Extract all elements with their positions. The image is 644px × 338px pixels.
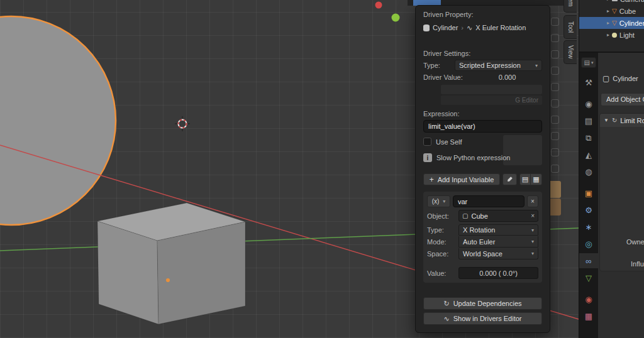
sidebar-tab-tool[interactable]: Tool xyxy=(564,15,577,39)
obscured-dropdown: G Editor xyxy=(441,95,542,105)
properties-tab-particles[interactable]: ∗ xyxy=(579,219,598,234)
paste-driver-variables-button[interactable]: ▦ xyxy=(531,173,542,185)
outliner-row-light[interactable]: ▸ Light xyxy=(579,29,644,41)
properties-breadcrumb: ▢ Cylinder xyxy=(602,74,638,83)
editor-type-selector[interactable]: ▤ ▾ xyxy=(581,57,596,68)
properties-tab-object[interactable]: ▣ xyxy=(579,185,598,200)
driven-property-label: Driven Property: xyxy=(423,11,542,18)
expression-input[interactable] xyxy=(423,120,542,133)
object-icon: ▣ xyxy=(585,189,592,197)
variable-value: 0.000 ( 0.0°) xyxy=(458,267,538,279)
clear-object-icon[interactable]: × xyxy=(531,212,535,219)
variable-type-dropdown[interactable]: (x) ▾ xyxy=(427,195,450,207)
obscured-icon xyxy=(551,99,559,107)
driver-type-dropdown[interactable]: Scripted Expression ▾ xyxy=(455,60,542,71)
constraint-icon: ↻ xyxy=(612,117,617,124)
driver-popover: Driven Property: Cylinder › ∿ X Euler Ro… xyxy=(415,5,550,333)
mesh-icon: ▽ xyxy=(612,8,617,14)
use-self-checkbox[interactable] xyxy=(423,138,431,146)
rotation-mode-dropdown[interactable]: Auto Euler ▾ xyxy=(458,236,538,248)
slow-python-label: Slow Python expression xyxy=(436,154,510,161)
properties-tab-modifiers[interactable]: ⚙ xyxy=(579,202,598,217)
properties-tab-tool[interactable]: ⚒ xyxy=(579,75,598,90)
add-object-constraint-button[interactable]: Add Object Constraint xyxy=(601,93,644,106)
camera-icon xyxy=(612,0,618,1)
obscured-icon xyxy=(551,34,559,42)
outliner-label: Light xyxy=(619,31,635,39)
expand-icon[interactable]: ▸ xyxy=(607,8,609,14)
target-property-name: X Euler Rotation xyxy=(475,24,526,31)
properties-tab-world[interactable]: ◍ xyxy=(579,164,598,179)
cylinder-object[interactable] xyxy=(0,16,116,225)
constraint-panel-header[interactable]: ▼ ↻ Limit Rotation xyxy=(600,114,644,127)
sidebar-tab-view[interactable]: View xyxy=(564,40,577,64)
properties-tab-scene[interactable]: ◭ xyxy=(579,147,598,162)
cube-object[interactable] xyxy=(97,203,245,324)
properties-tab-object-data[interactable]: ▽ xyxy=(579,270,598,285)
collapse-icon[interactable]: ▼ xyxy=(604,117,609,123)
rotation-channel-value: X Rotation xyxy=(463,226,495,234)
show-in-drivers-editor-button[interactable]: ∿ Show in Drivers Editor xyxy=(423,312,542,325)
gizmo-axis-dot-red[interactable] xyxy=(375,2,382,9)
right-editors: ▸ Camera ▸ ▽ Cube ▸ ▽ Cylinder ▸ Light xyxy=(579,0,644,338)
properties-tab-texture[interactable]: ▦ xyxy=(579,308,598,324)
outliner-label: Camera xyxy=(620,0,644,3)
driver-icon: ∿ xyxy=(467,24,472,32)
properties-tab-constraints[interactable]: ∞ xyxy=(579,253,598,268)
chevron-down-icon: ▾ xyxy=(531,251,534,256)
show-in-drivers-editor-label: Show in Drivers Editor xyxy=(453,315,522,322)
texture-icon: ▦ xyxy=(585,312,592,320)
space-dropdown[interactable]: World Space ▾ xyxy=(458,248,538,259)
gizmo-axis-dot-green[interactable] xyxy=(392,14,400,22)
outliner-row-cylinder[interactable]: ▸ ▽ Cylinder xyxy=(579,17,644,29)
driver-settings-label: Driver Settings: xyxy=(423,50,542,57)
type-label: Type: xyxy=(423,62,455,69)
eyedropper-button[interactable] xyxy=(502,173,517,185)
driver-type-value: Scripted Expression xyxy=(459,62,521,69)
properties-tab-material[interactable]: ◉ xyxy=(579,292,598,307)
expand-icon[interactable]: ▸ xyxy=(607,32,609,38)
output-icon: ▤ xyxy=(585,117,592,125)
sidebar-tab-item[interactable]: Item xyxy=(564,0,577,13)
particles-icon: ∗ xyxy=(586,223,592,231)
expand-icon[interactable]: ▸ xyxy=(607,20,609,26)
obscured-row xyxy=(441,85,542,94)
variable-type-icon: (x) xyxy=(432,198,440,205)
add-input-variable-button[interactable]: + Add Input Variable xyxy=(423,173,500,185)
expand-icon[interactable]: ▸ xyxy=(607,0,609,2)
remove-variable-button[interactable]: × xyxy=(527,195,538,207)
object-origin-dot xyxy=(166,278,170,282)
target-object-name: Cylinder xyxy=(433,24,458,31)
object-breadcrumb-icon: ▢ xyxy=(602,74,609,83)
rotation-channel-dropdown[interactable]: X Rotation ▾ xyxy=(458,224,538,236)
obscured-fragment xyxy=(503,135,542,165)
constraints-icon: ∞ xyxy=(586,257,591,265)
properties-tab-physics[interactable]: ◎ xyxy=(579,236,598,251)
obscured-text: G Editor xyxy=(515,97,538,104)
properties-tab-render[interactable]: ◉ xyxy=(579,96,598,111)
obscured-icon xyxy=(551,50,559,58)
tool-icon: ⚒ xyxy=(585,79,592,87)
influence-label: Influence xyxy=(631,260,644,268)
object-picker[interactable]: ▢ Cube × xyxy=(458,210,538,222)
3d-cursor xyxy=(175,116,190,131)
add-input-variable-label: Add Input Variable xyxy=(438,176,494,183)
properties-tab-view-layer[interactable]: ⧉ xyxy=(579,130,598,145)
properties-tab-output[interactable]: ▤ xyxy=(579,113,598,128)
obscured-icon xyxy=(551,116,559,124)
variable-name-input[interactable] xyxy=(453,195,525,207)
outliner-row-cube[interactable]: ▸ ▽ Cube xyxy=(579,5,644,17)
material-icon: ◉ xyxy=(585,295,592,303)
outliner-row-camera[interactable]: ▸ Camera xyxy=(579,0,644,5)
owner-space-label: Owner Space xyxy=(626,238,644,246)
constraint-panel-title: Limit Rotation xyxy=(620,117,644,124)
wrench-icon: ⚙ xyxy=(585,206,592,214)
chevron-down-icon: ▾ xyxy=(591,60,594,65)
update-dependencies-button[interactable]: ↻ Update Dependencies xyxy=(423,297,542,310)
copy-driver-variables-button[interactable]: ▤ xyxy=(519,173,531,185)
cube-icon: ▢ xyxy=(462,212,468,219)
properties-editor: ▤ ▾ ⚒ ◉ ▤ ⧉ ◭ ◍ ▣ ⚙ ∗ ◎ ∞ ▽ ◉ ▦ ▢ xyxy=(579,53,644,338)
outliner-label: Cube xyxy=(619,8,636,15)
space-label: Space: xyxy=(427,250,458,258)
world-icon: ◍ xyxy=(585,168,592,176)
